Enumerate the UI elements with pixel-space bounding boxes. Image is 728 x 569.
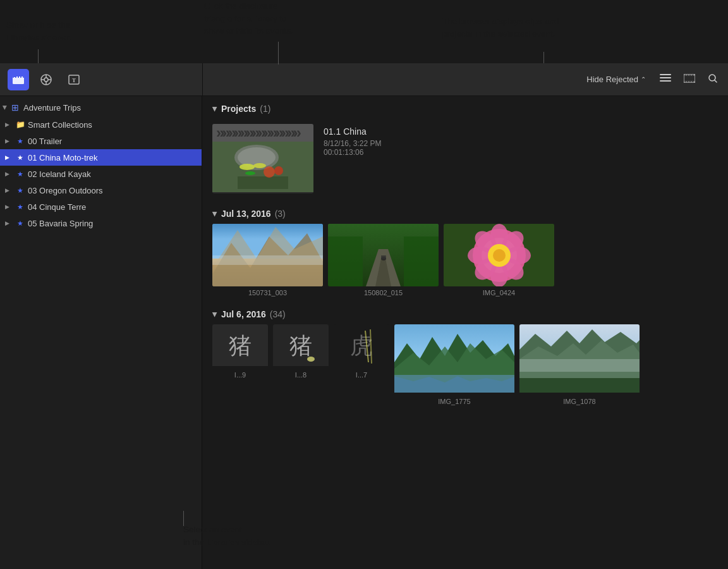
filmstrip-view-icon[interactable] (681, 71, 698, 88)
projects-arrow: ▶ (212, 106, 219, 111)
sidebar: ▶ ⊞ Adventure Trips ▶ 📁 Smart Collection… (0, 96, 202, 569)
library-grid-icon: ⊞ (11, 102, 19, 113)
iceland-star-icon: ★ (15, 169, 25, 179)
sidebar-item-04-cinque[interactable]: ▶ ★ 04 Cinque Terre (0, 199, 202, 215)
svg-rect-18 (689, 75, 691, 76)
svg-rect-76 (519, 378, 640, 393)
china-label: 01 China Moto-trek (28, 153, 202, 162)
smart-collections-label: Smart Collections (28, 120, 202, 130)
toolbar-divider (202, 63, 203, 96)
svg-point-28 (240, 164, 255, 170)
svg-text:猪: 猪 (229, 333, 252, 358)
projects-section-header[interactable]: ▶ Projects (1) (212, 96, 718, 119)
hide-rejected-button[interactable]: Hide Rejected ⌃ (583, 73, 650, 86)
jul13-count: (3) (275, 209, 286, 219)
bavaria-star-icon: ★ (15, 218, 25, 228)
jul13-arrow: ▶ (212, 211, 219, 216)
jul13-section-header[interactable]: ▶ Jul 13, 2016 (3) (212, 201, 718, 224)
search-icon[interactable] (705, 71, 720, 89)
annotation-top-center: Click the disclosure triangle for a libr… (204, 1, 293, 35)
svg-rect-31 (238, 176, 288, 189)
svg-point-29 (253, 163, 266, 168)
project-thumbnail: »»»»»»»»»»»»»» (212, 124, 313, 193)
bavaria-arrow: ▶ (5, 220, 13, 226)
toolbar: T Hide Rejected ⌃ (0, 63, 728, 96)
china-star-icon: ★ (15, 152, 25, 162)
road-label: 150802_015 (364, 289, 403, 297)
svg-rect-42 (328, 236, 363, 286)
music-icon[interactable] (35, 69, 57, 90)
chinese2-thumb: 猪 (273, 324, 329, 369)
cinque-arrow: ▶ (5, 204, 13, 210)
list-view-icon[interactable] (657, 71, 674, 88)
library-name: Adventure Trips (23, 103, 81, 113)
titles-icon[interactable]: T (63, 69, 85, 90)
svg-rect-16 (684, 75, 686, 76)
sidebar-item-02-iceland[interactable]: ▶ ★ 02 Iceland Kayak (0, 166, 202, 182)
china-arrow: ▶ (5, 154, 13, 161)
flower-label: IMG_0424 (483, 289, 515, 297)
sidebar-item-05-bavaria[interactable]: ▶ ★ 05 Bavaria Spring (0, 215, 202, 231)
trailer-star-icon: ★ (15, 136, 25, 146)
svg-rect-20 (684, 81, 686, 82)
svg-rect-21 (687, 81, 688, 82)
jul6-count: (34) (270, 309, 286, 319)
jul6-section-header[interactable]: ▶ Jul 6, 2016 (34) (212, 302, 718, 324)
project-info: 01.1 China 8/12/16, 3:22 PM 00:01:13:06 (324, 124, 381, 157)
jul13-title: Jul 13, 2016 (221, 209, 271, 219)
projects-count: (1) (260, 104, 270, 114)
svg-rect-22 (689, 81, 691, 82)
sidebar-item-smart-collections[interactable]: ▶ 📁 Smart Collections (0, 116, 202, 133)
karst1-label: IMG_1775 (438, 398, 470, 405)
clip-item-karst1[interactable]: IMG_1775 (394, 324, 514, 405)
svg-rect-12 (660, 80, 671, 82)
main-content: ▶ ⊞ Adventure Trips ▶ 📁 Smart Collection… (0, 96, 728, 569)
svg-rect-11 (660, 77, 671, 78)
trailer-arrow: ▶ (5, 138, 13, 144)
annotation-top-right: The browser displays clips and projects … (442, 16, 559, 39)
clip-item-road[interactable]: 150802_015 (328, 224, 439, 297)
mountains-label: 150731_003 (248, 289, 287, 297)
sidebar-item-00-trailer[interactable]: ▶ ★ 00 Trailer (0, 133, 202, 149)
annotation-top-left: Show or hide the Libraries sidebar. (6, 20, 71, 42)
library-arrow: ▶ (2, 106, 8, 110)
oregon-arrow: ▶ (5, 187, 13, 193)
svg-text:T: T (72, 77, 76, 83)
chinese1-label: I...9 (234, 371, 246, 379)
road-thumb (328, 224, 439, 286)
clip-item-karst2[interactable]: IMG_1078 (519, 324, 640, 405)
mountains-thumb (212, 224, 323, 286)
project-item[interactable]: »»»»»»»»»»»»»» (212, 119, 718, 201)
projects-title: Projects (221, 104, 256, 114)
clip-item-chinese2[interactable]: 猪 I...8 (273, 324, 329, 405)
jul6-title: Jul 6, 2016 (221, 309, 266, 319)
library-header[interactable]: ▶ ⊞ Adventure Trips (0, 99, 202, 116)
svg-text:虎: 虎 (350, 333, 373, 358)
cinque-star-icon: ★ (15, 202, 25, 212)
sidebar-item-01-china[interactable]: ▶ ★ 01 China Moto-trek (0, 149, 202, 166)
toolbar-right: Hide Rejected ⌃ (583, 71, 720, 89)
svg-point-7 (44, 78, 48, 82)
project-date: 8/12/16, 3:22 PM (324, 139, 381, 148)
clip-item-mountains[interactable]: 150731_003 (212, 224, 323, 297)
browser: ▶ Projects (1) »»»»»»»»»»»»»» (202, 96, 728, 569)
trailer-label: 00 Trailer (28, 137, 202, 146)
chinese1-thumb: 猪 (212, 324, 268, 369)
svg-point-63 (307, 357, 315, 362)
jul13-clip-grid: 150731_003 (212, 224, 718, 302)
smart-collections-arrow: ▶ (5, 121, 13, 128)
jul6-clip-grid: 猪 I...9 猪 I...8 (212, 324, 718, 410)
toolbar-left: T (8, 69, 85, 90)
clip-item-flower[interactable]: IMG_0424 (444, 224, 554, 297)
cinque-label: 04 Cinque Terre (28, 202, 202, 212)
jul6-arrow: ▶ (212, 312, 219, 317)
karst2-thumb (519, 324, 640, 395)
svg-rect-10 (660, 74, 671, 75)
iceland-label: 02 Iceland Kayak (28, 169, 202, 179)
clip-item-chinese3[interactable]: 虎 I...7 (334, 324, 389, 405)
libraries-icon[interactable] (8, 69, 29, 90)
sidebar-item-03-oregon[interactable]: ▶ ★ 03 Oregon Outdoors (0, 182, 202, 199)
iceland-arrow: ▶ (5, 171, 13, 177)
clip-item-chinese1[interactable]: 猪 I...9 (212, 324, 268, 405)
svg-point-33 (274, 166, 283, 175)
